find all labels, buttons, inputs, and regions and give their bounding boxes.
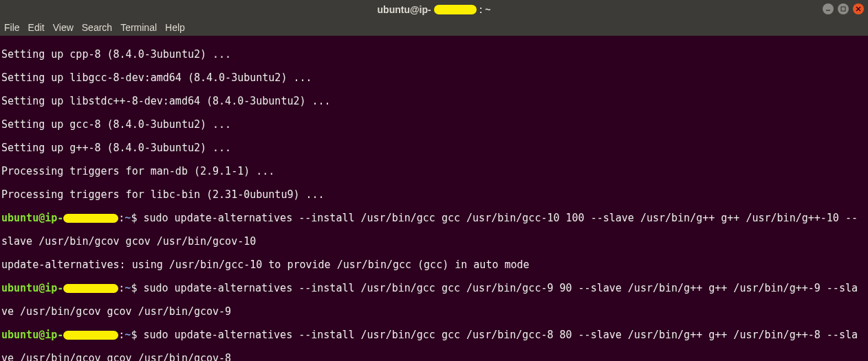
redaction-highlight	[63, 214, 118, 223]
prompt-colon: :	[118, 329, 124, 341]
close-icon	[856, 6, 861, 12]
prompt-user: ubuntu@ip-	[1, 282, 63, 294]
menu-terminal[interactable]: Terminal	[120, 22, 157, 33]
menu-search[interactable]: Search	[82, 22, 112, 33]
menu-edit[interactable]: Edit	[28, 22, 45, 33]
window-titlebar: ubuntu@ip- : ~	[0, 0, 868, 19]
output-line: Setting up cpp-8 (8.4.0-3ubuntu2) ...	[1, 49, 865, 61]
output-line: Setting up gcc-8 (8.4.0-3ubuntu2) ...	[1, 119, 865, 131]
redaction-highlight	[63, 284, 118, 293]
maximize-button[interactable]	[838, 3, 849, 14]
menu-view[interactable]: View	[53, 22, 74, 33]
output-line: Processing triggers for man-db (2.9.1-1)…	[1, 166, 865, 177]
prompt-colon: :	[118, 282, 124, 294]
maximize-icon	[840, 6, 846, 12]
prompt-user: ubuntu@ip-	[1, 329, 63, 341]
redaction-highlight	[434, 5, 477, 14]
output-line: Setting up g++-8 (8.4.0-3ubuntu2) ...	[1, 142, 865, 154]
redaction-highlight	[63, 331, 118, 340]
svg-rect-1	[841, 7, 845, 11]
prompt-line: ubuntu@ip-:~$ sudo update-alternatives -…	[1, 329, 865, 341]
prompt-user: ubuntu@ip-	[1, 212, 63, 224]
command-text: sudo update-alternatives --install /usr/…	[137, 329, 858, 341]
output-line: update-alternatives: using /usr/bin/gcc-…	[1, 259, 865, 271]
output-line: Setting up libstdc++-8-dev:amd64 (8.4.0-…	[1, 96, 865, 107]
output-line: Processing triggers for libc-bin (2.31-0…	[1, 189, 865, 201]
menu-file[interactable]: File	[4, 22, 20, 33]
command-wrap: ve /usr/bin/gcov gcov /usr/bin/gcov-8	[1, 353, 865, 361]
menubar: File Edit View Search Terminal Help	[0, 19, 868, 36]
command-wrap: ve /usr/bin/gcov gcov /usr/bin/gcov-9	[1, 306, 865, 318]
minimize-icon	[825, 6, 831, 12]
title-suffix: : ~	[479, 4, 491, 15]
terminal[interactable]: Setting up cpp-8 (8.4.0-3ubuntu2) ... Se…	[0, 36, 868, 361]
command-wrap: slave /usr/bin/gcov gcov /usr/bin/gcov-1…	[1, 236, 865, 248]
command-text: sudo update-alternatives --install /usr/…	[137, 212, 858, 224]
prompt-line: ubuntu@ip-:~$ sudo update-alternatives -…	[1, 212, 865, 224]
window-title: ubuntu@ip- : ~	[378, 4, 491, 15]
command-text: sudo update-alternatives --install /usr/…	[137, 282, 858, 294]
menu-help[interactable]: Help	[165, 22, 185, 33]
minimize-button[interactable]	[823, 3, 834, 14]
prompt-line: ubuntu@ip-:~$ sudo update-alternatives -…	[1, 283, 865, 294]
prompt-colon: :	[118, 212, 124, 224]
close-button[interactable]	[853, 3, 864, 14]
output-line: Setting up libgcc-8-dev:amd64 (8.4.0-3ub…	[1, 72, 865, 84]
title-prefix: ubuntu@ip-	[378, 4, 431, 15]
window-controls	[823, 3, 864, 14]
